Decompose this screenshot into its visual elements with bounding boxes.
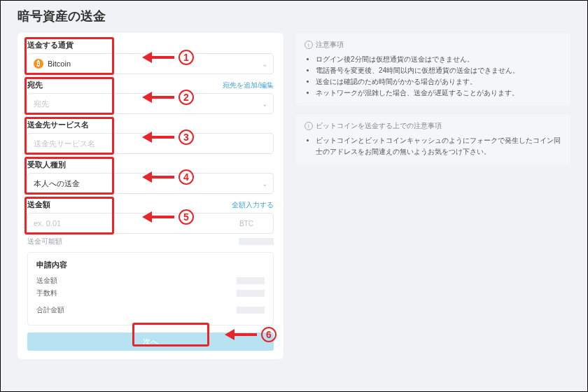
recipient-type-label: 受取人種別 bbox=[27, 160, 274, 170]
summary-total-label: 合計金額 bbox=[36, 305, 64, 315]
field-currency: 送金する通貨 ₿ Bitcoin ⌄ 1 bbox=[27, 40, 274, 74]
summary-send-value bbox=[237, 277, 265, 284]
notice-bitcoin: i ビットコインを送金する上での注意事項 ビットコインとビットコインキャッシュの… bbox=[296, 114, 570, 164]
summary-row-fee: 手数料 bbox=[36, 288, 265, 298]
summary-fee-label: 手数料 bbox=[36, 288, 57, 298]
edit-destination-link[interactable]: 宛先を追加/編集 bbox=[223, 80, 274, 90]
service-input[interactable]: 送金先サービス名 bbox=[27, 133, 274, 154]
info-icon: i bbox=[304, 122, 313, 130]
page-title: 暗号資産の送金 bbox=[18, 8, 570, 24]
summary-row-total: 合計金額 bbox=[36, 305, 265, 315]
field-service: 送金先サービス名 送金先サービス名 3 bbox=[27, 120, 274, 154]
amount-label: 送金額 bbox=[27, 200, 50, 210]
currency-label: 送金する通貨 bbox=[27, 40, 274, 50]
notice-item: ビットコインとビットコインキャッシュのようにフォークで発生したコイン同士のアドレ… bbox=[316, 135, 562, 158]
amount-unit: BTC bbox=[239, 220, 253, 227]
destination-label: 宛先 bbox=[27, 80, 43, 90]
summary-send-label: 送金額 bbox=[36, 276, 57, 286]
field-destination: 宛先 宛先を追加/編集 宛先 ⌄ 2 bbox=[27, 80, 274, 114]
notice-item: ネットワークが混雑した場合、送金が遅延することがあります。 bbox=[316, 88, 562, 99]
summary-title: 申請内容 bbox=[36, 260, 265, 270]
recipient-type-value: 本人への送金 bbox=[34, 178, 80, 189]
amount-placeholder: ex. 0.01 bbox=[34, 219, 61, 227]
notice-bitcoin-title: ビットコインを送金する上での注意事項 bbox=[316, 121, 442, 131]
summary-total-value bbox=[237, 307, 265, 314]
summary-fee-value bbox=[237, 290, 265, 297]
summary-box: 申請内容 送金額 手数料 合計金額 bbox=[27, 252, 274, 326]
bitcoin-icon: ₿ bbox=[34, 59, 43, 69]
summary-row-send: 送金額 bbox=[36, 276, 265, 286]
chevron-down-icon: ⌄ bbox=[262, 60, 267, 68]
notice-item: 送金には確認のため時間がかかる場合があります。 bbox=[316, 76, 562, 88]
destination-select[interactable]: 宛先 ⌄ bbox=[27, 93, 274, 114]
fill-max-link[interactable]: 全額入力する bbox=[232, 200, 274, 210]
notice-general-title: 注意事項 bbox=[316, 40, 344, 50]
currency-value: Bitcoin bbox=[48, 59, 71, 68]
chevron-down-icon: ⌄ bbox=[262, 180, 267, 188]
currency-select[interactable]: ₿ Bitcoin ⌄ bbox=[27, 53, 274, 74]
amount-input[interactable]: ex. 0.01 BTC bbox=[27, 213, 274, 234]
chevron-down-icon: ⌄ bbox=[262, 100, 267, 108]
recipient-type-select[interactable]: 本人への送金 ⌄ bbox=[27, 173, 274, 194]
service-label: 送金先サービス名 bbox=[27, 120, 274, 130]
field-recipient-type: 受取人種別 本人への送金 ⌄ 4 bbox=[27, 160, 274, 194]
notices-column: i 注意事項 ログイン後2分間は仮想通貨の送金はできません。 電話番号を変更後、… bbox=[296, 33, 570, 359]
info-icon: i bbox=[304, 41, 313, 49]
field-amount: 送金額 全額入力する ex. 0.01 BTC 送金可能額 5 bbox=[27, 200, 274, 246]
notice-general: i 注意事項 ログイン後2分間は仮想通貨の送金はできません。 電話番号を変更後、… bbox=[296, 33, 570, 106]
destination-placeholder: 宛先 bbox=[34, 99, 49, 109]
send-form: 送金する通貨 ₿ Bitcoin ⌄ 1 宛先 宛先を追加/編集 bbox=[18, 33, 284, 359]
service-placeholder: 送金先サービス名 bbox=[34, 139, 95, 149]
next-button[interactable]: 次へ bbox=[27, 332, 274, 351]
available-balance-label: 送金可能額 bbox=[27, 237, 62, 246]
available-balance-value bbox=[239, 238, 274, 245]
notice-item: ログイン後2分間は仮想通貨の送金はできません。 bbox=[316, 54, 562, 65]
notice-item: 電話番号を変更後、24時間以内に仮想通貨の送金はできません。 bbox=[316, 65, 562, 76]
